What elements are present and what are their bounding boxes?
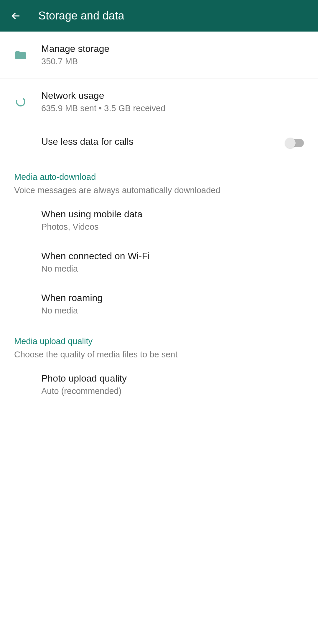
manage-storage-row[interactable]: Manage storage 350.7 MB (0, 32, 318, 78)
back-button[interactable] (11, 11, 21, 21)
use-less-data-row[interactable]: Use less data for calls (0, 125, 318, 161)
back-arrow-icon (11, 11, 21, 21)
roaming-row[interactable]: When roaming No media (0, 283, 318, 325)
mobile-data-row[interactable]: When using mobile data Photos, Videos (0, 199, 318, 241)
media-auto-download-title: Media auto-download (14, 172, 304, 182)
photo-upload-title: Photo upload quality (41, 373, 304, 384)
app-header: Storage and data (0, 0, 318, 32)
manage-storage-title: Manage storage (41, 43, 304, 54)
data-usage-icon (15, 96, 26, 107)
network-usage-subtitle: 635.9 MB sent • 3.5 GB received (41, 104, 304, 113)
folder-icon (15, 50, 26, 59)
wifi-row[interactable]: When connected on Wi-Fi No media (0, 241, 318, 283)
photo-upload-subtitle: Auto (recommended) (41, 386, 304, 396)
media-auto-download-desc: Voice messages are always automatically … (14, 185, 304, 195)
use-less-data-toggle[interactable] (286, 139, 304, 147)
roaming-subtitle: No media (41, 306, 304, 316)
wifi-subtitle: No media (41, 264, 304, 274)
mobile-data-subtitle: Photos, Videos (41, 222, 304, 232)
use-less-data-title: Use less data for calls (41, 136, 286, 147)
page-title: Storage and data (38, 9, 124, 22)
toggle-knob (285, 138, 296, 148)
media-auto-download-header: Media auto-download Voice messages are a… (0, 161, 318, 199)
roaming-title: When roaming (41, 293, 304, 303)
mobile-data-title: When using mobile data (41, 209, 304, 220)
photo-upload-quality-row[interactable]: Photo upload quality Auto (recommended) (0, 364, 318, 405)
wifi-title: When connected on Wi-Fi (41, 251, 304, 262)
network-usage-row[interactable]: Network usage 635.9 MB sent • 3.5 GB rec… (0, 78, 318, 125)
network-usage-title: Network usage (41, 90, 304, 101)
media-upload-quality-desc: Choose the quality of media files to be … (14, 350, 304, 359)
media-upload-quality-header: Media upload quality Choose the quality … (0, 325, 318, 364)
media-upload-quality-title: Media upload quality (14, 336, 304, 346)
manage-storage-subtitle: 350.7 MB (41, 57, 304, 66)
svg-point-1 (15, 96, 26, 107)
